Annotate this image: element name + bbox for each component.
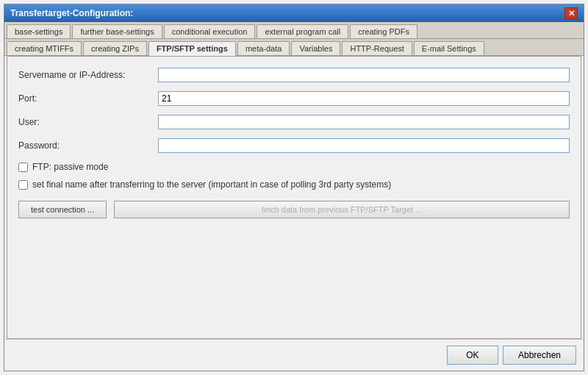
port-input[interactable]: [158, 91, 570, 106]
fetch-data-button[interactable]: fetch data from previous FTP/SFTP Target…: [114, 201, 570, 218]
tabs-row1: base-settings further base-settings cond…: [4, 22, 584, 39]
ftp-passive-row: FTP: passive mode: [18, 162, 570, 172]
tab-external-program-call[interactable]: external program call: [257, 24, 348, 38]
tab-variables[interactable]: Variables: [291, 41, 340, 55]
footer: OK Abbrechen: [4, 339, 584, 371]
tab-base-settings[interactable]: base-settings: [7, 24, 71, 38]
password-row: Password:: [18, 138, 570, 153]
tabs-row2: creating MTIFFs creating ZIPs FTP/SFTP s…: [4, 39, 584, 56]
dialog: Transfertarget-Configuration: ✕ base-set…: [4, 4, 584, 371]
cancel-button[interactable]: Abbrechen: [503, 346, 576, 365]
user-label: User:: [18, 117, 158, 127]
tab-creating-zips[interactable]: creating ZIPs: [83, 41, 147, 55]
tab-further-base-settings[interactable]: further base-settings: [72, 24, 162, 38]
user-input[interactable]: [158, 115, 570, 129]
ftp-passive-label: FTP: passive mode: [32, 162, 108, 172]
test-connection-button[interactable]: test connection ...: [18, 201, 107, 218]
content-area: Servername or IP-Address: Port: User: Pa…: [7, 56, 581, 339]
password-input[interactable]: [158, 138, 570, 153]
tab-email-settings[interactable]: E-mail Settings: [414, 41, 484, 55]
ok-button[interactable]: OK: [447, 346, 498, 365]
password-label: Password:: [18, 140, 158, 151]
set-final-name-label: set final name after transferring to the…: [32, 179, 391, 190]
dialog-title: Transfertarget-Configuration:: [10, 8, 133, 18]
port-row: Port:: [18, 91, 570, 106]
tab-creating-mtiffs[interactable]: creating MTIFFs: [7, 41, 82, 55]
tab-ftp-sftp-settings[interactable]: FTP/SFTP settings: [148, 41, 236, 56]
server-row: Servername or IP-Address:: [18, 68, 570, 82]
server-input[interactable]: [158, 68, 570, 82]
tab-conditional-execution[interactable]: conditional execution: [164, 24, 256, 38]
port-label: Port:: [18, 93, 158, 104]
action-buttons-row: test connection ... fetch data from prev…: [18, 201, 570, 218]
tab-meta-data[interactable]: meta-data: [237, 41, 290, 55]
set-final-name-checkbox[interactable]: [18, 180, 28, 190]
ftp-passive-checkbox[interactable]: [18, 162, 28, 172]
tab-http-request[interactable]: HTTP-Request: [342, 41, 412, 55]
tab-creating-pdfs[interactable]: creating PDFs: [350, 24, 417, 38]
title-bar: Transfertarget-Configuration: ✕: [4, 4, 584, 22]
user-row: User:: [18, 115, 570, 129]
set-final-name-row: set final name after transferring to the…: [18, 179, 570, 190]
close-button[interactable]: ✕: [564, 7, 578, 19]
server-label: Servername or IP-Address:: [18, 70, 158, 80]
